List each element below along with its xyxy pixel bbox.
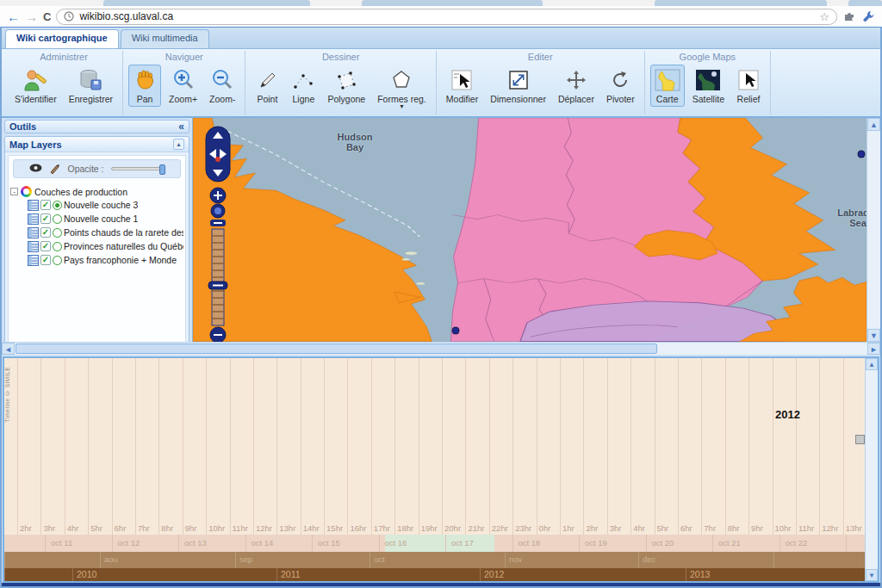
scroll-down-icon[interactable]: ▼ — [867, 329, 880, 342]
layer-checkbox[interactable]: ✓ — [40, 214, 51, 224]
zoom-in-button[interactable]: Zoom+ — [165, 65, 202, 107]
timeline-year-band[interactable]: 2010 2011 2012 2013 — [4, 568, 878, 581]
zoom-out-button[interactable]: Zoom- — [205, 65, 239, 107]
forward-icon[interactable]: → — [25, 10, 38, 23]
layer-radio[interactable] — [53, 214, 62, 224]
save-button[interactable]: Enregistrer — [65, 65, 117, 107]
timeline-hour-cell: 15hr — [324, 358, 347, 535]
scrollbar-track[interactable] — [15, 343, 867, 355]
move-cross-icon — [565, 67, 587, 93]
bookmark-star-icon[interactable]: ☆ — [819, 10, 829, 23]
scroll-up-icon[interactable]: ▲ — [867, 118, 880, 131]
map-vertical-scrollbar[interactable]: ▲ ▼ — [866, 118, 880, 342]
timeline-date-band[interactable]: oct 11 oct 12 oct 13 oct 14 oct 15 oct 1… — [4, 535, 878, 552]
timeline-date-label: oct 17 — [445, 535, 512, 552]
opacity-slider[interactable] — [111, 167, 165, 170]
timeline-year-label — [4, 568, 72, 581]
timeline-scrollbar[interactable]: ▲ ▼ — [865, 358, 878, 582]
timeline-hour-label: 5hr — [657, 523, 669, 533]
timeline-month-label — [773, 552, 870, 568]
collapse-up-icon[interactable]: ▲ — [173, 139, 184, 150]
draw-polygon-button[interactable]: Polygone — [323, 65, 370, 107]
resize-button[interactable]: Dimensionner — [486, 65, 550, 107]
url-text[interactable]: wikibio.scg.ulaval.ca — [79, 10, 814, 22]
timeline-hour-label: 3hr — [43, 523, 55, 533]
timeline-date-label: oct 11 — [45, 535, 112, 552]
draw-point-button[interactable]: Point — [251, 65, 283, 107]
pan-compass[interactable] — [206, 127, 230, 182]
layer-checkbox[interactable]: ✓ — [40, 200, 51, 210]
site-info-icon[interactable] — [64, 11, 74, 22]
regular-shapes-button[interactable]: Formes reg. ▼ — [373, 65, 431, 111]
shapes-dropdown-icon[interactable]: ▼ — [399, 105, 405, 108]
timeline-date-label: oct 18 — [512, 535, 580, 552]
timeline-month-band[interactable]: aou sep oct nov dec — [4, 552, 878, 568]
scroll-right-icon[interactable]: ► — [867, 343, 880, 355]
rotate-button[interactable]: Pivoter — [602, 65, 639, 107]
map-layers-header[interactable]: Map Layers ▲ — [5, 137, 189, 152]
layer-radio[interactable] — [53, 201, 62, 210]
modify-button[interactable]: Modifier — [442, 65, 482, 107]
timeline-hour-label: 13hr — [279, 523, 295, 533]
layer-radio[interactable] — [53, 256, 62, 265]
layer-radio[interactable] — [53, 242, 62, 251]
tab-wiki-cartographique[interactable]: Wiki cartographique — [5, 29, 119, 48]
tree-expander-icon[interactable]: - — [10, 188, 18, 195]
layer-row[interactable]: ✓ Points chauds de la rarete des es — [10, 226, 183, 239]
scroll-up-icon[interactable]: ▲ — [866, 358, 878, 370]
extension-puzzle-icon[interactable] — [842, 9, 856, 23]
timeline-hour-cell: 10hr — [206, 358, 229, 535]
timeline-date-label: oct 14 — [245, 535, 313, 552]
map-type-satellite-button[interactable]: Satellite — [688, 65, 729, 107]
wrench-menu-icon[interactable] — [861, 9, 875, 23]
timeline-month-label: aou — [100, 552, 235, 568]
tab-wiki-multimedia[interactable]: Wiki multimedia — [121, 29, 209, 48]
map-type-carte-button[interactable]: Carte — [650, 65, 685, 107]
timeline-year-label: 2012 — [480, 568, 686, 581]
timeline-hour-cell: 9hr — [748, 358, 772, 535]
button-label: Enregistrer — [69, 94, 113, 104]
timeline-date-label: oct 16 — [379, 535, 446, 552]
opacity-slider-handle[interactable] — [159, 164, 165, 175]
draw-line-button[interactable]: Ligne — [287, 65, 320, 107]
layer-checkbox[interactable]: ✓ — [40, 255, 51, 265]
scrollbar-thumb[interactable] — [16, 344, 657, 354]
style-brush-icon[interactable] — [49, 163, 60, 176]
layer-radio[interactable] — [53, 228, 62, 238]
group-title: Dessiner — [251, 52, 430, 65]
layer-row[interactable]: ✓ Nouvelle couche 1 — [10, 212, 183, 226]
map-canvas[interactable]: HudsonBay LabradorSea Gulf of StLawrence — [193, 118, 866, 342]
layer-row[interactable]: ✓ Pays francophonie + Monde — [10, 253, 183, 267]
map-type-relief-button[interactable]: Relief — [732, 65, 765, 107]
layer-table-icon — [28, 241, 39, 252]
timeline-widget[interactable]: Timeline © SIMILE 2hr 3hr 4hr 5hr — [3, 356, 879, 584]
map-horizontal-scrollbar[interactable]: ◄ ► — [2, 342, 880, 355]
edit-cursor-icon — [450, 67, 473, 93]
timeline-date-label: oct 19 — [579, 535, 646, 552]
layer-tree-root[interactable]: - Couches de production — [10, 185, 183, 198]
identify-button[interactable]: S'identifier — [10, 65, 61, 107]
refresh-icon[interactable]: C — [43, 11, 51, 22]
button-label: Relief — [737, 94, 761, 104]
address-bar[interactable]: wikibio.scg.ulaval.ca ☆ — [56, 9, 837, 25]
color-wheel-icon — [21, 186, 32, 197]
back-icon[interactable]: ← — [7, 10, 20, 23]
visibility-eye-icon[interactable] — [29, 164, 42, 174]
map-pan-zoom-control[interactable] — [202, 125, 234, 342]
scroll-left-icon[interactable]: ◄ — [2, 343, 15, 355]
layer-checkbox[interactable]: ✓ — [40, 241, 51, 251]
layer-row[interactable]: ✓ Provinces naturelles du Québec — [10, 239, 183, 253]
map-marker[interactable] — [858, 151, 866, 158]
timeline-year-marker: 2012 — [775, 408, 800, 421]
timeline-hour-band[interactable]: 2hr 3hr 4hr 5hr 6hr 7hr — [4, 358, 878, 535]
basemap-svg[interactable] — [193, 118, 866, 342]
move-button[interactable]: Déplacer — [554, 65, 599, 107]
zoom-slider[interactable] — [208, 188, 227, 342]
timeline-hour-cell: 0hr — [537, 358, 560, 535]
layer-row[interactable]: ✓ Nouvelle couche 3 — [10, 198, 183, 212]
pan-button[interactable]: Pan — [128, 65, 161, 107]
map-marker[interactable] — [452, 327, 460, 335]
sidebar-collapse-icon[interactable]: « — [178, 121, 184, 133]
layer-checkbox[interactable]: ✓ — [40, 227, 51, 238]
scroll-down-icon[interactable]: ▼ — [866, 569, 878, 581]
